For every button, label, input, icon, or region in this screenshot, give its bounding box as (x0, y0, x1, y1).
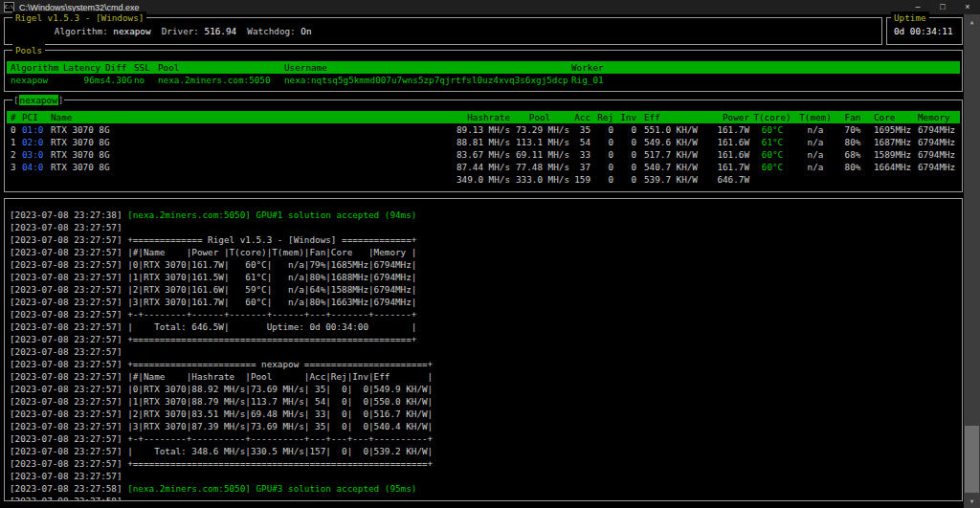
gpu-cell-eff: 517.7 KH/W (636, 148, 703, 161)
algorithm-label: Algorithm: (55, 26, 114, 36)
log-timestamp: [2023-07-08 23:27:58] (10, 483, 122, 494)
gpu-col-rej: Rej (590, 111, 613, 123)
gpu-cell-pool: 77.48 MH/s (510, 161, 569, 173)
gpu-total-tmem (795, 173, 835, 186)
scroll-up-icon[interactable]: ▲ (964, 14, 980, 29)
gpu-cell-power: 161.7W (703, 161, 749, 173)
log-line: [2023-07-08 23:27:38] [nexa.2miners.com:… (10, 209, 962, 221)
gpu-col-memory: Memory (914, 111, 960, 123)
gpu-total-pci (22, 173, 51, 186)
log-line: [2023-07-08 23:27:57] |0|RTX 3070|161.7W… (10, 258, 962, 271)
gpu-header-row: # PCI Name Hashrate Pool Acc Rej Inv Eff… (7, 111, 960, 123)
gpu-total-eff: 539.7 KH/W (636, 173, 703, 186)
gpu-cell-idx: 3 (11, 161, 22, 173)
log-timestamp: [2023-07-08 23:27:57] (10, 234, 122, 245)
gpu-row: 203:0RTX 3070 8G83.67 MH/s69.11 MH/s3300… (7, 148, 960, 161)
terminal[interactable]: Rigel v1.5.3 - [Windows] Algorithm: nexa… (0, 14, 980, 508)
gpu-cell-acc: 54 (569, 136, 590, 148)
log-timestamp: [2023-07-08 23:27:57] (10, 359, 122, 369)
gpu-cell-pool: 113.1 MH/s (510, 136, 569, 148)
gpu-col-tcore: T(core) (749, 111, 795, 123)
gpu-total-pool: 333.0 MH/s (510, 173, 569, 186)
pool-cell-username: nexa:nqtsq5g5kmmd007u7wns5zp7qjrtfsl0uz4… (284, 74, 571, 86)
maximize-icon[interactable]: □ (930, 0, 955, 14)
gpu-cell-pci: 02:0 (22, 136, 51, 148)
log-message: |#|Name |Hashrate |Pool |Acc|Rej|Inv|Eff… (122, 371, 434, 382)
gpu-cell-tcore: 60°C (749, 123, 795, 136)
gpu-rows: 001:0RTX 3070 8G89.13 MH/s73.29 MH/s3500… (7, 123, 960, 173)
gpu-cell-tmem: n/a (795, 123, 835, 136)
gpu-cell-acc: 37 (569, 161, 590, 173)
gpu-cell-power: 161.6W (703, 148, 749, 161)
gpu-total-rej: 0 (590, 173, 613, 186)
gpu-cell-core: 1687MHz (870, 136, 914, 148)
gpu-cell-memory: 6794MHz (914, 136, 960, 148)
log-message: |1|RTX 3070|161.5W| 61°C| n/a|80%|1688MH… (122, 272, 417, 282)
tab-open-bracket: [ (13, 95, 19, 105)
gpu-cell-name: RTX 3070 8G (51, 136, 453, 148)
pools-header-row: Algorithm Latency Diff SSL Pool Username… (7, 61, 960, 74)
log-message: [nexa.2miners.com:5050] GPU#3 solution a… (122, 483, 417, 494)
gpu-cell-rej: 0 (590, 123, 613, 136)
window-title: C:\Windows\system32\cmd.exe (19, 3, 140, 12)
gpu-cell-tmem: n/a (795, 161, 835, 173)
pools-col-diff: Diff (105, 61, 134, 74)
rigel-panel-title: Rigel v1.5.3 - [Windows] (12, 11, 146, 24)
log-line: [2023-07-08 23:27:58] [nexa.2miners.com:… (10, 482, 962, 495)
gpu-row: 102:0RTX 3070 8G88.81 MH/s113.1 MH/s5400… (7, 136, 960, 148)
log-message: +======================= nexapow =======… (122, 359, 434, 369)
gpu-cell-pool: 69.11 MH/s (510, 148, 569, 161)
log-message: |2|RTX 3070|83.51 MH/s|69.48 MH/s| 33| 0… (122, 409, 434, 419)
log-timestamp: [2023-07-08 23:27:57] (10, 421, 122, 431)
log-timestamp: [2023-07-08 23:27:57] (10, 396, 122, 407)
gpu-total-acc: 159 (569, 173, 590, 186)
log-line: [2023-07-08 23:27:57] | Total: 348.6 MH/… (10, 445, 962, 457)
gpu-cell-eff: 540.7 KH/W (636, 161, 703, 173)
gpu-cell-power: 161.6W (703, 136, 749, 148)
gpu-cell-acc: 33 (569, 148, 590, 161)
log-message: +=======================================… (122, 458, 434, 469)
log-message: |#|Name |Power |T(core)|T(mem)|Fan|Core … (122, 247, 417, 257)
gpu-col-index: # (11, 111, 22, 123)
gpu-cell-pci: 03:0 (22, 148, 51, 161)
gpu-cell-fan: 80% (835, 161, 870, 173)
gpu-stats-panel: [nexapow] # PCI Name Hashrate Pool Acc R… (4, 99, 963, 192)
log-timestamp: [2023-07-08 23:27:58] (10, 496, 122, 501)
log-timestamp: [2023-07-08 23:27:57] (10, 321, 122, 332)
gpu-total-core (870, 173, 914, 186)
pools-col-username: Username (284, 61, 571, 74)
scrollbar[interactable]: ▲ ▼ (964, 14, 980, 508)
log-message: +============= Rigel v1.5.3 - [Windows] … (122, 234, 417, 245)
gpu-cell-core: 1589MHz (870, 148, 914, 161)
log-line: [2023-07-08 23:27:57] +=================… (10, 358, 962, 370)
log-line: [2023-07-08 23:27:57] | Total: 646.5W| U… (10, 320, 962, 333)
gpu-cell-fan: 80% (835, 136, 870, 148)
tab-close-bracket: ] (58, 95, 64, 105)
gpu-cell-idx: 2 (11, 148, 22, 161)
pool-cell-diff: 4.30G (105, 74, 134, 86)
log-lines: [2023-07-08 23:27:38] [nexa.2miners.com:… (10, 209, 962, 501)
algorithm-tab: [nexapow] (12, 94, 64, 106)
gpu-cell-rej: 0 (590, 148, 613, 161)
log-line: [2023-07-08 23:27:57] +=================… (10, 457, 962, 470)
gpu-cell-tmem: n/a (795, 136, 835, 148)
scroll-thumb[interactable] (965, 426, 979, 493)
gpu-cell-hashrate: 83.67 MH/s (453, 148, 510, 161)
close-icon[interactable]: × (955, 0, 980, 14)
pools-col-algorithm: Algorithm (11, 61, 63, 74)
gpu-col-eff: Eff (636, 111, 703, 123)
scroll-down-icon[interactable]: ▼ (964, 494, 980, 508)
gpu-col-name: Name (51, 111, 453, 123)
log-line: [2023-07-08 23:27:57] |1|RTX 3070|161.5W… (10, 271, 962, 283)
log-line: [2023-07-08 23:27:57] |1|RTX 3070|88.79 … (10, 395, 962, 408)
watchdog-label: Watchdog: (236, 26, 301, 36)
log-timestamp: [2023-07-08 23:27:57] (10, 309, 122, 320)
pool-row: nexapow96ms4.30Gnonexa.2miners.com:5050n… (7, 74, 960, 86)
gpu-cell-fan: 68% (835, 148, 870, 161)
watchdog-value: On (301, 26, 311, 36)
log-line: [2023-07-08 23:27:57] |#|Name |Hashrate … (10, 370, 962, 383)
log-message: +-+--------+----------+----------+---+--… (122, 433, 434, 444)
tab-label: nexapow (19, 95, 58, 105)
pools-col-pool: Pool (158, 61, 284, 74)
gpu-cell-tcore: 60°C (749, 148, 795, 161)
